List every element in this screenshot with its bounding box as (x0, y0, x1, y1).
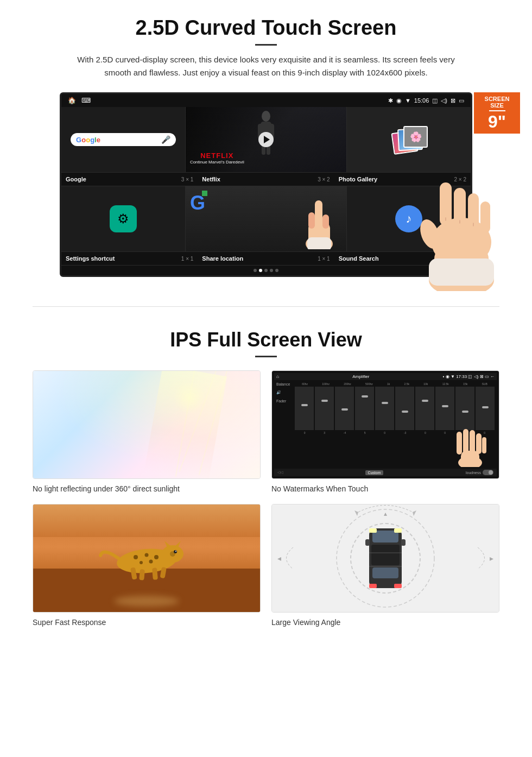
freq-2k5: 2.5k (404, 382, 409, 386)
cheetah-scene (33, 504, 260, 612)
freq-15k: 15k (463, 382, 467, 386)
svg-rect-9 (308, 212, 315, 229)
amp-time: 17:33 (456, 374, 467, 379)
car-scene: ◂ ▸ ▴ (272, 504, 499, 612)
eq-value-labels: 0 3 -4 5 0 -3 0 0 0 0 (295, 431, 495, 434)
watermark-label: No Watermarks When Touch (271, 484, 499, 493)
status-time: 15:06 (414, 97, 429, 104)
volume-icon: ◁) (441, 97, 447, 104)
location-icon: ◉ (396, 97, 402, 104)
photo-stack: 🌸 (390, 121, 428, 159)
top-arrow: ▴ (384, 510, 387, 518)
v7: 0 (425, 431, 426, 434)
loudness-toggle-track[interactable] (483, 470, 493, 475)
sound-search-app-cell[interactable]: ♪ (347, 186, 471, 251)
window-icon: ▭ (459, 97, 464, 104)
custom-button[interactable]: Custom (365, 470, 383, 475)
svg-marker-40 (175, 541, 181, 547)
badge-divider (489, 110, 505, 111)
wifi-icon: ▼ (405, 97, 411, 104)
freq-10k: 10k (423, 382, 428, 386)
v2: 3 (324, 431, 325, 434)
eq-handle-7 (422, 400, 428, 402)
v9: 0 (464, 431, 466, 434)
share-size: 1 × 1 (318, 256, 330, 262)
google-search-bar[interactable]: Google 🎤 (71, 133, 176, 146)
v4: 5 (364, 431, 366, 434)
netflix-play-button[interactable] (258, 132, 274, 147)
car-image: ◂ ▸ ▴ (271, 504, 499, 613)
camera-icon: ◫ (432, 97, 438, 104)
bluetooth-icon: ✱ (388, 97, 393, 104)
svg-point-33 (145, 553, 149, 557)
dot-5 (275, 269, 278, 272)
svg-point-36 (149, 560, 153, 564)
eq-hand (451, 424, 489, 469)
eq-handle-3 (341, 408, 348, 411)
svg-rect-44 (139, 569, 145, 581)
flower-icon: 🌸 (410, 131, 422, 143)
freq-100: 100hz (322, 382, 330, 386)
section2-title: IPS Full Screen View (33, 329, 499, 351)
settings-label: Settings shortcut 1 × 1 (61, 254, 198, 263)
dot-1 (254, 269, 257, 272)
freq-labels: 60hz 100hz 200hz 500hz 1k 2.5k 10k 12.5k… (295, 382, 495, 386)
svg-point-32 (134, 555, 138, 559)
status-bar: 🏠 ⌨ ✱ ◉ ▼ 15:06 ◫ ◁) ⊠ ▭ (61, 94, 471, 107)
loudness-toggle-knob (489, 470, 493, 475)
dot-2 (259, 269, 262, 272)
eq-handle-10 (482, 406, 489, 408)
badge-size-value: 9 (488, 112, 498, 131)
viewing-angle-arcs (272, 504, 499, 612)
g-green-dot (202, 191, 207, 196)
left-arrow: ◂ (277, 554, 281, 563)
eq-slider-10 (476, 387, 495, 430)
netflix-label: Netflix 3 × 2 (198, 175, 334, 184)
v6: -3 (404, 431, 406, 434)
eq-slider-5 (375, 387, 394, 430)
app-labels-row1: Google 3 × 1 Netflix 3 × 2 Photo Gallery… (61, 173, 471, 186)
amplifier-image: ⌂ Amplifier ▪ ◉ ▼ 17:33 ◫ ◁) ⊠ ▭ ← Balan… (271, 370, 499, 479)
eq-handle-2 (321, 400, 328, 402)
app-top-row: Google 🎤 (61, 107, 471, 173)
section-divider-line (33, 306, 499, 307)
home-icon: 🏠 (68, 97, 76, 104)
loudness-label: loudness (466, 471, 481, 475)
sound-label: Sound Search 1 × 1 (334, 254, 471, 263)
svg-point-24 (458, 456, 482, 467)
settings-app-cell[interactable]: ⚙ (61, 186, 186, 251)
eq-slider-9 (455, 387, 474, 430)
netflix-logo: NETFLIX Continue Marvel's Daredevil (190, 152, 244, 165)
play-triangle-icon (264, 136, 270, 143)
freq-1k: 1k (387, 382, 390, 386)
v1: 0 (304, 431, 306, 434)
cheetah-svg (92, 531, 201, 585)
google-label-name: Google (66, 176, 86, 182)
svg-point-0 (262, 111, 270, 122)
gallery-app-cell[interactable]: 🌸 (347, 107, 471, 172)
v3: -4 (344, 431, 346, 434)
svg-rect-30 (482, 437, 486, 453)
svg-point-34 (154, 555, 159, 559)
amp-fader-label: Fader (276, 399, 293, 403)
amp-home-icon: ⌂ (276, 374, 279, 379)
google-label: Google 3 × 1 (61, 175, 198, 184)
usb-icon: ⌨ (81, 97, 91, 104)
status-left: 🏠 ⌨ (68, 97, 91, 104)
sky-scene (33, 371, 260, 478)
share-location-app-cell[interactable]: G (186, 186, 347, 251)
right-arrow: ▸ (490, 554, 493, 563)
eq-slider-7 (415, 387, 434, 430)
svg-rect-25 (461, 451, 479, 466)
loudness-control: loudness (466, 470, 493, 475)
pointing-hand (292, 190, 346, 251)
screen-size-badge: Screen Size 9" (474, 92, 520, 134)
feature-car: ◂ ▸ ▴ Large Viewing Angle (271, 504, 499, 627)
gallery-label-name: Photo Gallery (339, 176, 378, 182)
car-label: Large Viewing Angle (271, 618, 499, 627)
eq-slider-4 (355, 387, 374, 430)
amp-balance-knob: 🔊 (276, 390, 293, 395)
badge-label-text: Screen Size (478, 96, 516, 109)
netflix-app-cell[interactable]: NETFLIX Continue Marvel's Daredevil (186, 107, 347, 172)
google-app-cell[interactable]: Google 🎤 (61, 107, 186, 172)
